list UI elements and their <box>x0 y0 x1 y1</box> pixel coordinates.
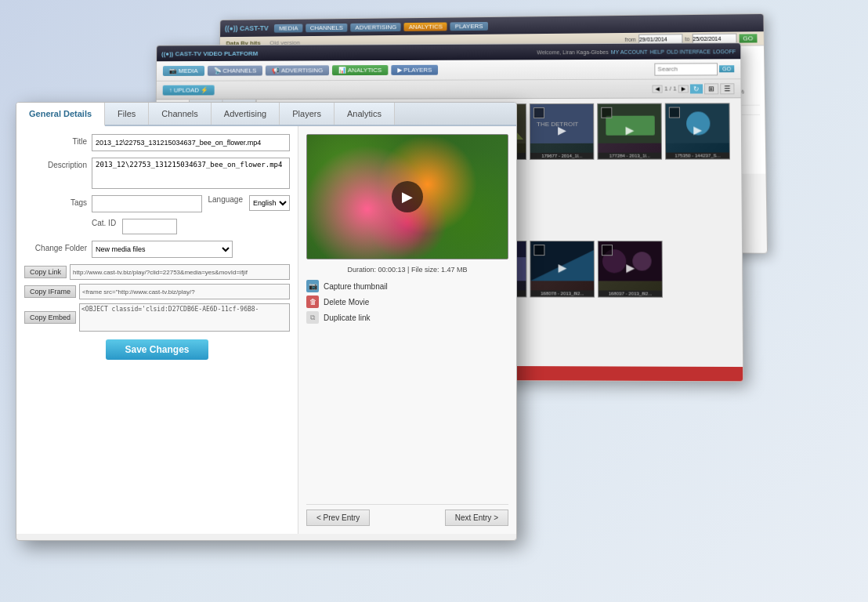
tab-players[interactable]: Players <box>280 103 335 125</box>
search-go-btn[interactable]: GO <box>719 65 734 72</box>
delete-movie-label: Delete Movie <box>324 298 369 306</box>
play-icon-6: ▶ <box>625 124 634 136</box>
my-account-link[interactable]: MY ACCOUNT <box>611 49 648 54</box>
folder-select[interactable]: New media files <box>92 241 233 258</box>
mid-nav: Welcome, Liran Kaga-Globes MY ACCOUNT HE… <box>537 49 736 55</box>
players-nav-btn[interactable]: PLAYERS <box>450 21 488 30</box>
tags-input[interactable] <box>92 195 202 212</box>
capture-thumbnail-action[interactable]: 📷 Capture thumbnail <box>306 280 508 292</box>
duplicate-link-action[interactable]: ⧉ Duplicate link <box>306 311 508 324</box>
search-input[interactable] <box>654 63 718 75</box>
welcome-text: Welcome, Liran Kaga-Globes <box>537 49 609 54</box>
prev-entry-btn[interactable]: < Prev Entry <box>306 510 370 526</box>
description-label: Description <box>24 158 87 169</box>
logoff-link[interactable]: LOGOFF <box>713 49 736 54</box>
edit-body: Title Description 2013_12\22753_13121503… <box>16 126 516 534</box>
video-play-btn[interactable]: ▶ <box>392 181 423 212</box>
edit-media-window: General Details Files Channels Advertisi… <box>16 102 517 541</box>
advertising-tab[interactable]: 📢 ADVERTISING <box>266 65 329 75</box>
analytics-tab[interactable]: 📊 ANALYTICS <box>332 65 388 75</box>
tab-analytics[interactable]: Analytics <box>335 103 395 125</box>
next-entry-btn[interactable]: Next Entry > <box>445 510 508 526</box>
thumb-168037-label: 168037 - 2013_8l2... <box>599 290 662 296</box>
media-nav-btn[interactable]: MEDIA <box>274 24 302 32</box>
filesize-text: File size: 1.47 MB <box>411 266 468 274</box>
thumb-175350[interactable]: ▶ 175350 - 144237_S... <box>665 103 730 159</box>
play-icon-5: ▶ <box>558 124 566 136</box>
players-tab[interactable]: ▶ PLAYERS <box>391 65 438 75</box>
search-area: GO <box>654 63 734 75</box>
thumb-179677[interactable]: THE DETROIT ▶ 179677 - 2014_1l... <box>530 103 594 160</box>
nav-buttons: < Prev Entry Next Entry > <box>306 504 508 526</box>
mid-logo: ((●)) CAST-TV VIDEO PLATFORM <box>161 49 258 56</box>
copy-link-btn[interactable]: Copy Link <box>24 266 67 278</box>
edit-form: Title Description 2013_12\22753_13121503… <box>16 126 298 534</box>
save-changes-btn[interactable]: Save Changes <box>106 339 208 360</box>
language-select[interactable]: English <box>249 195 290 211</box>
help-link[interactable]: HELP <box>650 49 664 54</box>
play-icon-12: ▶ <box>558 262 566 274</box>
catid-label <box>24 219 87 222</box>
cat-id-input[interactable] <box>122 219 177 234</box>
tags-group: Language English <box>92 195 290 212</box>
copy-embed-input[interactable]: <OBJECT classid='clsid:D27CDB6E-AE6D-11c… <box>79 303 290 332</box>
prev-page-btn[interactable]: ◀ <box>653 85 663 92</box>
next-page-btn[interactable]: ▶ <box>678 85 689 92</box>
tab-channels[interactable]: Channels <box>149 103 211 125</box>
folder-row: Change Folder New media files <box>24 241 290 258</box>
thumb-168078-label: 168078 - 2013_8l2... <box>530 290 594 296</box>
advertising-nav-btn[interactable]: ADVERTISING <box>351 23 401 31</box>
capture-thumbnail-label: Capture thumbnail <box>324 282 388 291</box>
pagination: 1 / 1 <box>664 85 677 92</box>
duplicate-icon: ⧉ <box>306 311 319 324</box>
title-label: Title <box>24 134 87 146</box>
copy-link-row: Copy Link <box>24 264 290 280</box>
thumb-177284[interactable]: ▶ 177284 - 2013_1l... <box>597 103 662 160</box>
title-input[interactable] <box>92 134 290 151</box>
description-input[interactable]: 2013_12\22753_131215034637_bee_on_flower… <box>92 158 290 189</box>
cat-id-label: Cat. ID <box>92 219 116 234</box>
thumb-checkbox-13[interactable] <box>602 245 613 256</box>
thumb-checkbox-7[interactable] <box>669 107 680 118</box>
media-tab[interactable]: 📷 MEDIA <box>163 66 204 76</box>
camera-icon: 📷 <box>306 280 319 292</box>
copy-link-input[interactable] <box>70 264 290 280</box>
tab-general-details[interactable]: General Details <box>16 103 105 126</box>
copy-iframe-input[interactable] <box>79 284 290 299</box>
thumb-168037[interactable]: ▶ 168037 - 2013_8l2... <box>598 241 663 298</box>
copy-iframe-btn[interactable]: Copy IFrame <box>24 285 76 298</box>
catid-group: Cat. ID <box>92 219 290 234</box>
tab-advertising[interactable]: Advertising <box>212 103 280 125</box>
channels-tab[interactable]: 📡 CHANNELS <box>207 66 262 76</box>
copy-iframe-row: Copy IFrame <box>24 284 290 299</box>
old-interface-link[interactable]: OLD INTERFACE <box>667 49 711 54</box>
delete-movie-action[interactable]: 🗑 Delete Movie <box>306 296 508 308</box>
delete-icon: 🗑 <box>306 296 319 308</box>
back-nav: MEDIA CHANNELS ADVERTISING ANALYTICS PLA… <box>274 21 487 32</box>
refresh-btn[interactable]: ↻ <box>690 84 703 93</box>
thumb-checkbox-5[interactable] <box>533 107 544 118</box>
upload-btn[interactable]: ↑ UPLOAD ⚡ <box>163 85 215 96</box>
list-view-btn[interactable]: ☰ <box>720 83 734 94</box>
analytics-nav-btn[interactable]: ANALYTICS <box>404 22 447 31</box>
channels-nav-btn[interactable]: CHANNELS <box>306 23 348 31</box>
duplicate-link-label: Duplicate link <box>324 314 370 322</box>
copy-embed-btn[interactable]: Copy Embed <box>24 311 76 324</box>
language-label: Language <box>208 195 244 212</box>
description-row: Description 2013_12\22753_131215034637_b… <box>24 158 290 189</box>
go-button[interactable]: GO <box>739 34 757 42</box>
play-icon-13: ▶ <box>626 262 635 274</box>
thumb-168078[interactable]: ▶ 168078 - 2013_8l2... <box>530 241 595 297</box>
title-row: Title <box>24 134 290 151</box>
video-thumbnail[interactable]: ▶ <box>306 134 508 259</box>
mid-menubar: 📷 MEDIA 📡 CHANNELS 📢 ADVERTISING 📊 ANALY… <box>157 59 740 82</box>
thumb-175350-label: 175350 - 144237_S... <box>666 152 729 158</box>
thumb-checkbox-6[interactable] <box>601 107 612 118</box>
folder-label: Change Folder <box>24 241 87 252</box>
thumb-checkbox-12[interactable] <box>533 245 544 256</box>
tab-files[interactable]: Files <box>105 103 149 125</box>
grid-view-btn[interactable]: ⊞ <box>704 83 718 94</box>
play-icon-7: ▶ <box>693 124 702 136</box>
catid-row: Cat. ID <box>24 219 290 234</box>
edit-right-panel: ▶ Duration: 00:00:13 | File size: 1.47 M… <box>298 126 516 534</box>
